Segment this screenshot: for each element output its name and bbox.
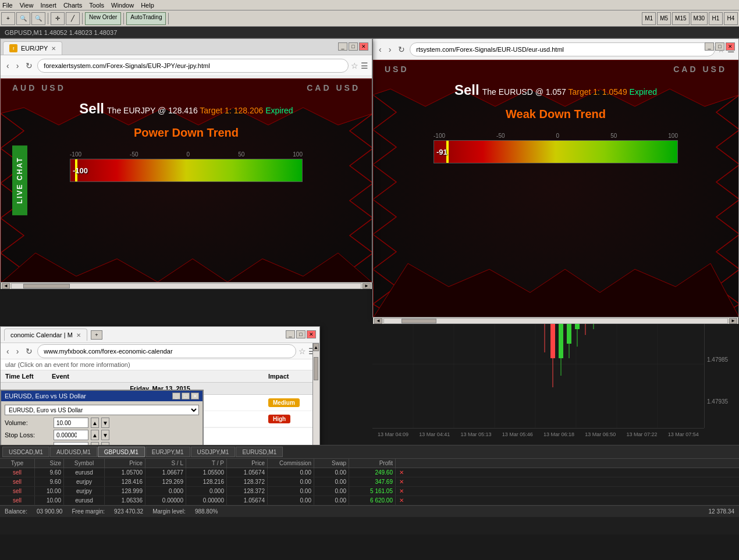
order-win-min[interactable]: _	[172, 393, 180, 400]
m30-btn[interactable]: M30	[691, 12, 708, 25]
scale-left-eurusd: -100	[434, 133, 445, 139]
live-chat-btn[interactable]: LIVE CHAT	[12, 145, 27, 215]
m1-btn[interactable]: M1	[642, 12, 656, 25]
back-btn-eurusd[interactable]: ‹	[376, 44, 384, 55]
m15-btn[interactable]: M15	[672, 12, 689, 25]
order-win-close[interactable]: ✕	[191, 393, 199, 400]
cal-back-btn[interactable]: ‹	[4, 345, 12, 357]
menu-insert[interactable]: Insert	[40, 2, 56, 9]
zoom-in-btn[interactable]: 🔍	[16, 12, 30, 25]
menu-file[interactable]: File	[2, 2, 13, 9]
calendar-tab[interactable]: conomic Calendar | M ✕	[4, 329, 87, 341]
volume-input[interactable]	[54, 418, 88, 428]
stop-loss-input[interactable]	[54, 430, 88, 440]
close-trade-1[interactable]: ✕	[396, 477, 407, 486]
line-btn[interactable]: ╱	[66, 12, 80, 25]
trade-row-2[interactable]: sell 10.00 eurjpy 128.999 0.000 0.000 12…	[0, 487, 739, 496]
win-min-eurjpy[interactable]: _	[338, 42, 347, 51]
browser-menu-btn-eurjpy[interactable]: ☰	[361, 61, 368, 70]
new-order-btn[interactable]: New Order	[85, 12, 121, 25]
new-tab-btn[interactable]: +	[91, 330, 102, 340]
tab-eurjpy[interactable]: EURJPY,M1	[145, 447, 190, 457]
td-sl-1: 129.269	[145, 477, 186, 486]
scroll-thumb[interactable]	[23, 284, 70, 288]
win-max-eurjpy[interactable]: □	[349, 42, 358, 51]
menu-charts[interactable]: Charts	[63, 2, 82, 9]
col-event: Event	[52, 373, 268, 380]
bookmark-btn-eurjpy[interactable]: ☆	[351, 61, 358, 70]
forward-btn-eurjpy[interactable]: ›	[14, 60, 22, 72]
scroll-left-btn[interactable]: ◄	[2, 283, 10, 289]
h1-btn[interactable]: H1	[709, 12, 723, 25]
total-profit-value: 12 378.34	[709, 508, 735, 515]
new-chart-btn[interactable]: +	[1, 12, 15, 25]
menu-help[interactable]: Help	[141, 2, 154, 9]
h4-btn[interactable]: H4	[724, 12, 738, 25]
win-min-eurusd[interactable]: _	[705, 42, 714, 51]
tab-audusd[interactable]: AUDUSD,M1	[50, 447, 97, 457]
cal-forward-btn[interactable]: ›	[14, 345, 22, 357]
win-min-cal[interactable]: _	[286, 330, 295, 338]
calendar-tab-close[interactable]: ✕	[76, 332, 81, 338]
win-close-cal[interactable]: ✕	[307, 330, 316, 338]
time-6: 13 Mar 06:50	[585, 431, 616, 437]
menu-view[interactable]: View	[20, 2, 34, 9]
order-symbol-select[interactable]: EURUSD, Euro vs US Dollar	[5, 405, 199, 415]
close-trade-0[interactable]: ✕	[396, 468, 407, 477]
tab-usdjpy[interactable]: USDJPY,M1	[191, 447, 236, 457]
menu-tools[interactable]: Tools	[89, 2, 104, 9]
trade-row-1[interactable]: sell 9.60 eurjpy 128.416 129.269 128.216…	[0, 477, 739, 487]
cal-scroll-up[interactable]: ▲	[313, 343, 319, 351]
order-volume-row: Volume: ▲ ▼	[5, 418, 199, 428]
cal-bookmark-btn[interactable]: ☆	[299, 347, 306, 356]
cal-scroll-thumb[interactable]	[314, 357, 318, 380]
td-tp-0: 1.05500	[186, 468, 227, 477]
back-btn-eurjpy[interactable]: ‹	[4, 60, 12, 72]
reload-btn-eurusd[interactable]: ↻	[396, 44, 407, 55]
browser-tab-eurjpy[interactable]: f EUR/JPY ✕	[3, 41, 62, 55]
eurusd-scroll-thumb[interactable]	[402, 319, 436, 323]
price-display: GBPUSD,M1 1.48052 1.48023 1.48037	[5, 29, 117, 36]
td-sl-0: 1.06677	[145, 468, 186, 477]
order-win-max[interactable]: □	[182, 393, 190, 400]
menu-bar: File View Insert Charts Tools Window Hel…	[0, 0, 739, 10]
menu-window[interactable]: Window	[111, 2, 134, 9]
win-close-eurjpy[interactable]: ✕	[359, 42, 368, 51]
win-max-eurusd[interactable]: □	[715, 42, 724, 51]
eurusd-target-label: Target 1:	[568, 87, 599, 97]
crosshair-btn[interactable]: ✛	[51, 12, 65, 25]
tab-eurusd[interactable]: EURUSD,M1	[236, 447, 283, 457]
trade-row-3[interactable]: sell 10.00 eurusd 1.06336 0.00000 0.0000…	[0, 496, 739, 505]
eurusd-scroll-left[interactable]: ◄	[374, 318, 382, 324]
zoom-out-btn[interactable]: 🔍	[31, 12, 45, 25]
address-bar-eurjpy[interactable]	[37, 59, 349, 73]
tab-close-eurjpy[interactable]: ✕	[51, 45, 56, 52]
eurusd-bar-bg	[434, 141, 677, 163]
td-curprice-3: 1.05674	[227, 496, 268, 505]
close-trade-2[interactable]: ✕	[396, 487, 407, 495]
time-7: 13 Mar 07:22	[627, 431, 658, 437]
cal-address-bar[interactable]	[37, 344, 296, 358]
auto-trading-btn[interactable]: AutoTrading	[126, 12, 166, 25]
volume-up[interactable]: ▲	[91, 418, 99, 428]
cal-reload-btn[interactable]: ↻	[23, 345, 35, 357]
td-swap-3: 0.00	[314, 496, 349, 505]
win-close-eurusd[interactable]: ✕	[726, 42, 735, 51]
col-sl: S / L	[145, 459, 186, 468]
tab-gbpusd[interactable]: GBPUSD,M1	[98, 447, 145, 457]
eurusd-content: USD CAD USD Sell The EURUSD @ 1.057 Targ…	[373, 60, 738, 317]
win-max-cal[interactable]: □	[296, 330, 305, 338]
eurusd-scroll-right[interactable]: ►	[729, 318, 737, 324]
close-trade-3[interactable]: ✕	[396, 496, 407, 505]
sl-down[interactable]: ▼	[101, 430, 109, 440]
tab-usdcad[interactable]: USDCAD,M1	[2, 447, 49, 457]
trade-row-0[interactable]: sell 9.60 eurusd 1.05700 1.06677 1.05500…	[0, 468, 739, 477]
sl-up[interactable]: ▲	[91, 430, 99, 440]
address-bar-eurusd[interactable]	[410, 42, 715, 56]
td-profit-0: 249.60	[349, 468, 396, 477]
volume-down[interactable]: ▼	[101, 418, 109, 428]
scroll-right-btn[interactable]: ►	[363, 283, 371, 289]
reload-btn-eurjpy[interactable]: ↻	[23, 60, 35, 72]
m5-btn[interactable]: M5	[657, 12, 671, 25]
forward-btn-eurusd[interactable]: ›	[386, 44, 394, 55]
